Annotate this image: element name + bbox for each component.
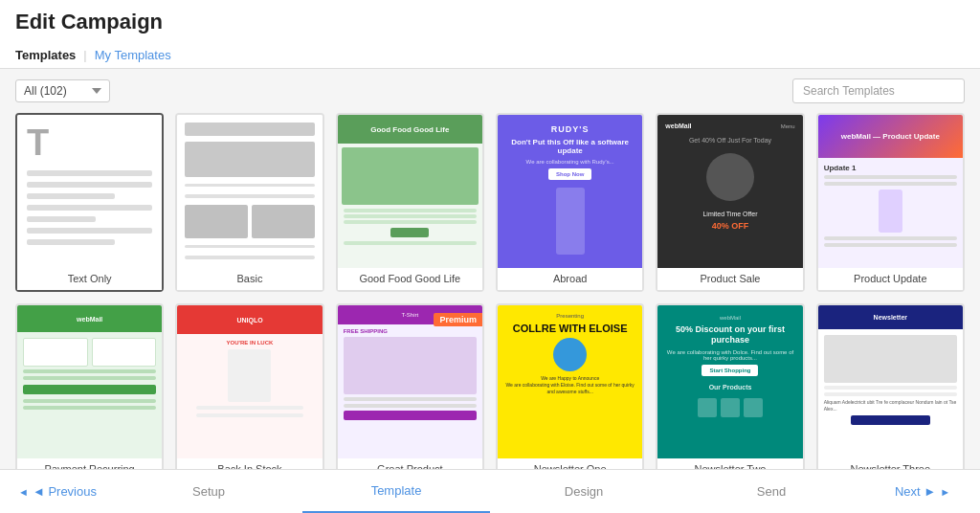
previous-button[interactable]: ◄ ◄ Previous xyxy=(0,470,115,513)
next-label: Next ► xyxy=(895,484,936,499)
template-thumb-abroad: RUDY'S Don't Put this Off like a softwar… xyxy=(498,115,642,268)
template-thumb-backinstock: UNIQLO YOU'RE IN LUCK xyxy=(177,305,322,458)
template-name: Newsletter One xyxy=(498,458,642,469)
template-card[interactable]: webMail 50% Discount on your first purch… xyxy=(656,303,804,469)
template-name: Abroad xyxy=(498,268,642,290)
template-name: Newsletter Two xyxy=(657,458,802,469)
right-arrow-icon: ► xyxy=(940,486,950,498)
tab-my-templates[interactable]: My Templates xyxy=(95,42,171,68)
toolbar: All (102) Email Newsletter Promotional xyxy=(0,69,980,113)
bottom-nav: ◄ ◄ Previous Setup Template Design Send … xyxy=(0,469,980,513)
template-thumb-payment: webMail xyxy=(17,305,162,458)
template-card[interactable]: UNIQLO YOU'RE IN LUCK Back In Stock xyxy=(175,303,323,469)
filter-group: All (102) Email Newsletter Promotional xyxy=(15,79,110,102)
template-card[interactable]: webMail Payment Recurring xyxy=(15,303,164,469)
template-card[interactable]: Premium T-Shirt FREE SHIPPING Great Prod… xyxy=(336,303,484,469)
template-card[interactable]: Basic xyxy=(175,113,323,292)
nav-step-send[interactable]: Send xyxy=(678,470,865,513)
nav-step-setup[interactable]: Setup xyxy=(115,470,302,513)
send-label: Send xyxy=(757,484,786,499)
tab-separator: | xyxy=(83,48,86,62)
premium-badge: Premium xyxy=(434,313,482,326)
template-thumb-goodfood: Good Food Good Life xyxy=(338,115,482,268)
template-card[interactable]: RUDY'S Don't Put this Off like a softwar… xyxy=(496,113,644,292)
previous-label: ◄ Previous xyxy=(33,484,97,499)
template-thumb-text-only: T xyxy=(17,115,162,268)
page-header: Edit Campaign Templates | My Templates xyxy=(0,0,980,69)
next-button[interactable]: Next ► ► xyxy=(865,470,980,513)
template-thumb-productupdate: webMail — Product Update Update 1 xyxy=(818,115,963,268)
main-content: All (102) Email Newsletter Promotional T xyxy=(0,69,980,469)
template-name: Basic xyxy=(177,268,322,290)
nav-step-design[interactable]: Design xyxy=(490,470,678,513)
search-input[interactable] xyxy=(792,78,965,103)
template-name: Product Sale xyxy=(657,268,802,290)
template-card[interactable]: Newsletter Aliquam Adelectricit ubit Tre… xyxy=(816,303,965,469)
template-name: Back In Stock xyxy=(177,458,322,469)
template-thumb-basic xyxy=(177,115,322,268)
left-arrow-icon: ◄ xyxy=(18,486,29,498)
nav-step-template[interactable]: Template xyxy=(302,470,490,513)
template-card[interactable]: Presenting COLLRE WITH ELOISE We are Hap… xyxy=(496,303,644,469)
setup-label: Setup xyxy=(192,484,225,499)
tabs-row: Templates | My Templates xyxy=(15,42,965,68)
filter-select[interactable]: All (102) Email Newsletter Promotional xyxy=(15,79,110,102)
template-card[interactable]: webMail Menu Get 40% Off Just For Today … xyxy=(656,113,804,292)
template-card[interactable]: webMail — Product Update Update 1 Produc… xyxy=(816,113,965,292)
template-name: Text Only xyxy=(17,268,162,290)
template-thumb-greatproduct: Premium T-Shirt FREE SHIPPING xyxy=(338,305,482,458)
page-title: Edit Campaign xyxy=(15,10,965,34)
template-thumb-productsale: webMail Menu Get 40% Off Just For Today … xyxy=(657,115,802,268)
template-thumb-newsletter-one: Presenting COLLRE WITH ELOISE We are Hap… xyxy=(498,305,642,458)
template-card[interactable]: T Text Only xyxy=(15,113,164,292)
tab-templates[interactable]: Templates xyxy=(15,42,76,68)
template-name: Product Update xyxy=(818,268,963,290)
template-thumb-newsletter-two: webMail 50% Discount on your first purch… xyxy=(657,305,802,458)
template-name: Newsletter Three xyxy=(818,458,963,469)
template-card[interactable]: Good Food Good Life Good Food Good Life xyxy=(336,113,484,292)
template-name: Good Food Good Life xyxy=(338,268,482,290)
template-name: Great Product xyxy=(338,458,482,469)
template-thumb-newsletter-three: Newsletter Aliquam Adelectricit ubit Tre… xyxy=(818,305,963,458)
design-label: Design xyxy=(565,484,603,499)
templates-grid: T Text Only xyxy=(0,113,980,469)
template-name: Payment Recurring xyxy=(17,458,162,469)
template-label: Template xyxy=(371,483,422,498)
